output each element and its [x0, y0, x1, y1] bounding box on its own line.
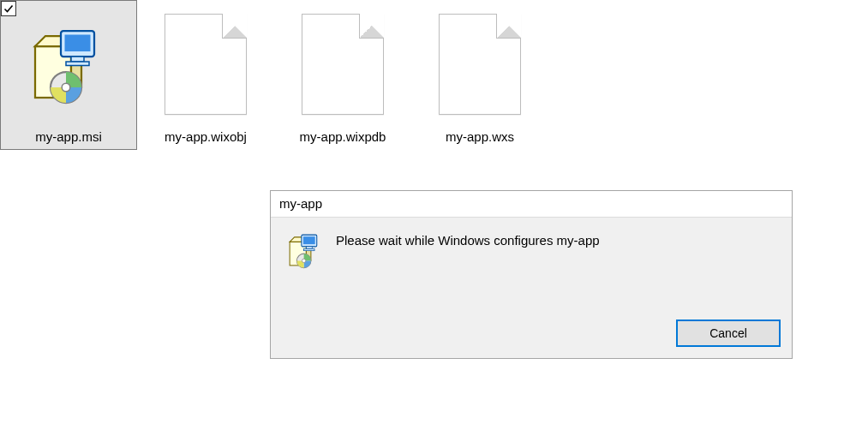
- blank-file-icon: [151, 1, 260, 128]
- cancel-button[interactable]: Cancel: [677, 320, 780, 346]
- file-item-wxs[interactable]: my-app.wxs: [411, 0, 548, 150]
- file-label: my-app.wxs: [446, 128, 514, 144]
- dialog-body: Please wait while Windows configures my-…: [271, 218, 792, 320]
- dialog-footer: Cancel: [271, 320, 792, 358]
- file-selection-checkbox[interactable]: [1, 1, 16, 16]
- blank-file-icon: [425, 1, 535, 128]
- file-list: my-app.msi my-app.wixobj my-app.wixpdb m…: [0, 0, 868, 150]
- dialog-title[interactable]: my-app: [271, 191, 792, 218]
- installer-progress-dialog: my-app Please wait while Windows configu…: [270, 190, 793, 359]
- file-label: my-app.wixobj: [165, 128, 247, 144]
- file-item-wixpdb[interactable]: my-app.wixpdb: [274, 0, 411, 150]
- file-item-msi[interactable]: my-app.msi: [0, 0, 137, 150]
- file-label: my-app.msi: [35, 128, 102, 144]
- blank-file-icon: [288, 1, 398, 128]
- file-label: my-app.wixpdb: [300, 128, 386, 144]
- checkmark-icon: [3, 3, 15, 15]
- installer-icon: [286, 231, 324, 272]
- installer-icon: [14, 1, 123, 128]
- file-item-wixobj[interactable]: my-app.wixobj: [137, 0, 274, 150]
- dialog-message: Please wait while Windows configures my-…: [336, 231, 600, 248]
